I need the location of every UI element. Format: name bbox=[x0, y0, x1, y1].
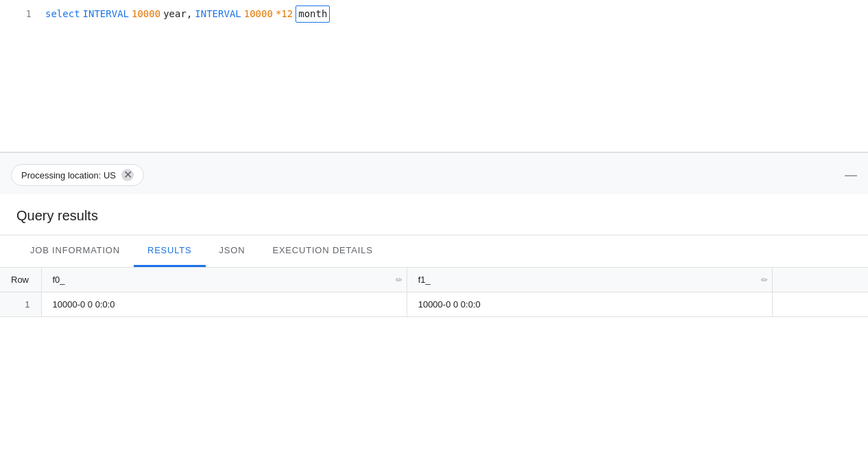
editor-empty-space bbox=[0, 28, 868, 152]
tabs-bar: JOB INFORMATION RESULTS JSON EXECUTION D… bbox=[0, 235, 868, 268]
cell-f1-value: 10000-0 0 0:0:0 bbox=[407, 292, 772, 317]
cell-extra bbox=[772, 292, 868, 317]
table-row: 1 10000-0 0 0:0:0 10000-0 0 0:0:0 bbox=[0, 292, 868, 317]
results-table-container: Row f0_ ✏ f1_ ✏ 1 bbox=[0, 268, 868, 317]
col-header-extra bbox=[772, 268, 868, 292]
operator-multiply: *12 bbox=[276, 7, 293, 21]
col-edit-icon-f0[interactable]: ✏ bbox=[396, 275, 402, 285]
col-header-f1: f1_ ✏ bbox=[407, 268, 772, 292]
table-header-row: Row f0_ ✏ f1_ ✏ bbox=[0, 268, 868, 292]
line-number: 1 bbox=[11, 7, 32, 21]
col-header-f0: f0_ ✏ bbox=[41, 268, 407, 292]
processing-label: Processing location: US bbox=[21, 170, 116, 181]
cell-f0-value: 10000-0 0 0:0:0 bbox=[41, 292, 407, 317]
scroll-indicator: — bbox=[845, 168, 857, 183]
col-edit-icon-f1[interactable]: ✏ bbox=[761, 275, 768, 285]
tab-json[interactable]: JSON bbox=[206, 235, 259, 267]
keyword-month: month bbox=[296, 5, 330, 23]
code-line-1: 1 select INTERVAL 10000 year, INTERVAL 1… bbox=[0, 0, 868, 28]
query-results-title: Query results bbox=[16, 208, 852, 224]
processing-bar: Processing location: US ✕ — bbox=[0, 152, 868, 194]
keyword-interval-2: INTERVAL bbox=[195, 7, 241, 21]
query-results-header: Query results bbox=[0, 194, 868, 235]
query-results-section: Query results JOB INFORMATION RESULTS JS… bbox=[0, 194, 868, 358]
keyword-select: select bbox=[45, 7, 80, 21]
tab-execution-details[interactable]: EXECUTION DETAILS bbox=[258, 235, 386, 267]
sql-editor: 1 select INTERVAL 10000 year, INTERVAL 1… bbox=[0, 0, 868, 152]
keyword-year: year, bbox=[163, 7, 192, 21]
col-header-row: Row bbox=[0, 268, 41, 292]
value-10000-2: 10000 bbox=[244, 7, 273, 21]
value-10000-1: 10000 bbox=[132, 7, 160, 21]
cell-row-number: 1 bbox=[0, 292, 41, 317]
keyword-interval-1: INTERVAL bbox=[83, 7, 129, 21]
tab-results[interactable]: RESULTS bbox=[134, 235, 206, 267]
bottom-empty-space bbox=[0, 317, 868, 358]
results-table: Row f0_ ✏ f1_ ✏ 1 bbox=[0, 268, 868, 317]
processing-close-button[interactable]: ✕ bbox=[121, 169, 134, 181]
tab-job-information[interactable]: JOB INFORMATION bbox=[16, 235, 134, 267]
processing-badge: Processing location: US ✕ bbox=[11, 164, 144, 186]
code-content: select INTERVAL 10000 year, INTERVAL 100… bbox=[45, 5, 330, 23]
